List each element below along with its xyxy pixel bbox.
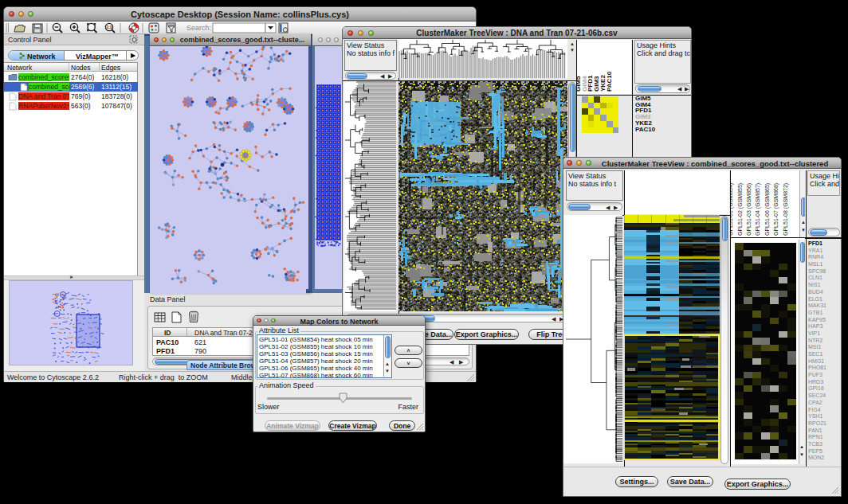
svg-text:Search:: Search:: [186, 24, 211, 32]
svg-text:1:1: 1:1: [106, 25, 112, 29]
